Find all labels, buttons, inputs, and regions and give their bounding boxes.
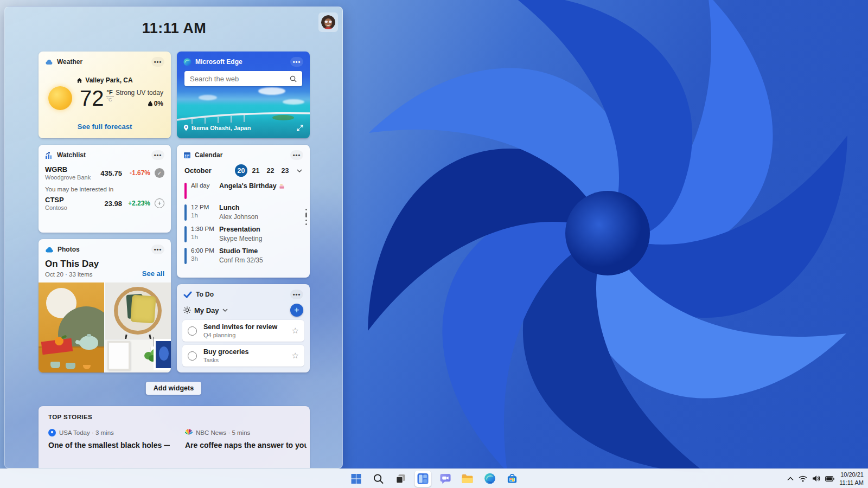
my-day-sun-icon bbox=[183, 306, 191, 314]
event-color-bar bbox=[184, 183, 187, 199]
weather-current: 72 °F °C Strong UV today 0% bbox=[48, 86, 163, 110]
weather-location: Valley Park, CA bbox=[39, 76, 171, 84]
panel-clock: 11:11 AM bbox=[39, 20, 310, 37]
news-article[interactable]: USA Today · 3 mins One of the smallest b… bbox=[48, 429, 170, 451]
weather-condition: Strong UV today bbox=[116, 89, 163, 97]
task-star-icon[interactable]: ☆ bbox=[292, 351, 299, 361]
bloom-flower-graphic bbox=[282, 0, 868, 488]
stock-price: 435.75 bbox=[100, 169, 122, 177]
start-button[interactable] bbox=[348, 471, 365, 487]
search-icon[interactable] bbox=[290, 75, 297, 82]
stock-company: Contoso bbox=[45, 204, 67, 211]
task-view-button[interactable] bbox=[393, 471, 409, 487]
photos-cloud-icon bbox=[45, 246, 54, 253]
stock-symbol: CTSP bbox=[45, 196, 67, 204]
event-title: Presentation bbox=[219, 226, 260, 233]
see-all-link[interactable]: See all bbox=[142, 269, 164, 278]
microsoft-store-button[interactable] bbox=[504, 471, 520, 487]
article-source: USA Today · 3 mins bbox=[59, 429, 114, 436]
tray-date: 10/20/21 bbox=[839, 471, 864, 479]
celsius-label[interactable]: °C bbox=[106, 97, 114, 103]
volume-icon[interactable] bbox=[812, 475, 820, 482]
avatar-photo bbox=[320, 14, 336, 30]
task-row[interactable]: Send invites for review Q4 planning ☆ bbox=[182, 320, 304, 342]
calendar-event[interactable]: 6:00 PM 3h Studio Time Conf Rm 32/35 bbox=[184, 247, 304, 264]
file-explorer-button[interactable] bbox=[459, 471, 476, 487]
event-title: Lunch bbox=[219, 204, 240, 211]
photos-title: Photos bbox=[58, 246, 80, 253]
watchlist-suggestion-label: You may be interested in bbox=[39, 183, 171, 194]
news-article[interactable]: NBC News · 5 mins Are coffee naps the an… bbox=[185, 429, 307, 451]
chat-button[interactable] bbox=[437, 471, 454, 487]
edge-logo-icon bbox=[183, 58, 192, 66]
wifi-icon[interactable] bbox=[799, 476, 807, 482]
calendar-event[interactable]: 1:30 PM 1h Presentation Skype Meeting bbox=[184, 226, 304, 242]
task-complete-checkbox[interactable] bbox=[188, 326, 197, 336]
event-duration: 1h bbox=[191, 212, 219, 219]
user-avatar[interactable] bbox=[318, 12, 338, 32]
photo-thumbnail-chair[interactable] bbox=[105, 282, 171, 373]
weather-cloud-icon bbox=[45, 59, 53, 65]
edge-logo-icon bbox=[484, 473, 495, 484]
day-chip-20[interactable]: 20 bbox=[235, 164, 247, 177]
stock-company: Woodgrove Bank bbox=[45, 174, 91, 181]
stock-symbol: WGRB bbox=[45, 165, 91, 174]
see-full-forecast-link[interactable]: See full forecast bbox=[39, 123, 171, 131]
windows-start-icon bbox=[350, 473, 362, 485]
add-task-button[interactable]: + bbox=[290, 304, 303, 317]
stock-add-plus-icon[interactable]: + bbox=[155, 198, 164, 208]
event-duration: 1h bbox=[191, 234, 219, 240]
top-stories-header: TOP STORIES bbox=[48, 414, 300, 420]
edge-browser-button[interactable] bbox=[482, 471, 498, 487]
photos-menu-button[interactable]: ••• bbox=[151, 245, 164, 254]
event-subtitle: Skype Meeting bbox=[219, 235, 304, 242]
event-time: All day bbox=[191, 182, 219, 189]
battery-icon[interactable] bbox=[825, 476, 834, 481]
calendar-expand-chevron-icon[interactable] bbox=[297, 169, 302, 172]
weather-menu-button[interactable]: ••• bbox=[151, 57, 164, 67]
temperature-value: 72 bbox=[80, 86, 104, 110]
day-chip-23[interactable]: 23 bbox=[279, 164, 291, 177]
event-color-bar bbox=[184, 226, 187, 242]
edge-title: Microsoft Edge bbox=[195, 58, 242, 66]
task-complete-checkbox[interactable] bbox=[188, 351, 197, 361]
watchlist-menu-button[interactable]: ••• bbox=[151, 150, 164, 160]
calendar-scrollbar[interactable] bbox=[305, 209, 307, 225]
search-icon bbox=[373, 473, 384, 484]
my-day-chevron-down-icon[interactable] bbox=[222, 309, 228, 312]
photo-thumbnail-still-life[interactable] bbox=[39, 282, 104, 373]
taskbar-search-button[interactable] bbox=[371, 471, 387, 487]
weather-title: Weather bbox=[57, 58, 82, 66]
calendar-event[interactable]: All day Angela's Birthday bbox=[184, 182, 304, 199]
usa-today-logo-icon bbox=[48, 429, 56, 436]
edge-menu-button[interactable]: ••• bbox=[290, 57, 303, 67]
add-widgets-button[interactable]: Add widgets bbox=[146, 382, 201, 395]
stock-row[interactable]: WGRB Woodgrove Bank 435.75 -1.67% ✓ bbox=[39, 163, 171, 183]
stock-added-check-icon[interactable]: ✓ bbox=[155, 168, 164, 178]
fahrenheit-label[interactable]: °F bbox=[106, 89, 114, 97]
todo-title: To Do bbox=[196, 291, 214, 298]
stock-row[interactable]: CTSP Contoso 23.98 +2.23% + bbox=[39, 194, 171, 213]
expand-icon[interactable] bbox=[297, 125, 303, 131]
calendar-menu-button[interactable]: ••• bbox=[290, 150, 303, 160]
article-headline[interactable]: One of the smallest black holes — and bbox=[48, 441, 170, 451]
event-time: 12 PM bbox=[191, 204, 219, 210]
unit-toggle[interactable]: °F °C bbox=[106, 89, 114, 103]
day-chip-21[interactable]: 21 bbox=[250, 164, 262, 177]
widgets-button[interactable] bbox=[415, 471, 431, 487]
nbc-news-logo-icon bbox=[185, 429, 193, 436]
my-day-list-selector[interactable]: My Day bbox=[194, 306, 219, 314]
article-headline[interactable]: Are coffee naps the answer to your bbox=[185, 441, 307, 451]
calendar-event[interactable]: 12 PM 1h Lunch Alex Johnson bbox=[184, 204, 304, 221]
day-chip-22[interactable]: 22 bbox=[264, 164, 277, 177]
task-star-icon[interactable]: ☆ bbox=[292, 326, 299, 336]
taskbar-clock[interactable]: 10/20/21 11:11 AM bbox=[839, 471, 864, 487]
event-time: 1:30 PM bbox=[191, 226, 219, 232]
cloud-shape bbox=[199, 95, 217, 100]
search-input[interactable] bbox=[190, 75, 290, 83]
event-subtitle: Alex Johnson bbox=[219, 213, 304, 221]
task-row[interactable]: Buy groceries Tasks ☆ bbox=[182, 345, 304, 367]
hidden-icons-chevron[interactable] bbox=[787, 477, 794, 481]
taskbar: 10/20/21 11:11 AM bbox=[0, 468, 868, 488]
todo-menu-button[interactable]: ••• bbox=[290, 290, 303, 299]
